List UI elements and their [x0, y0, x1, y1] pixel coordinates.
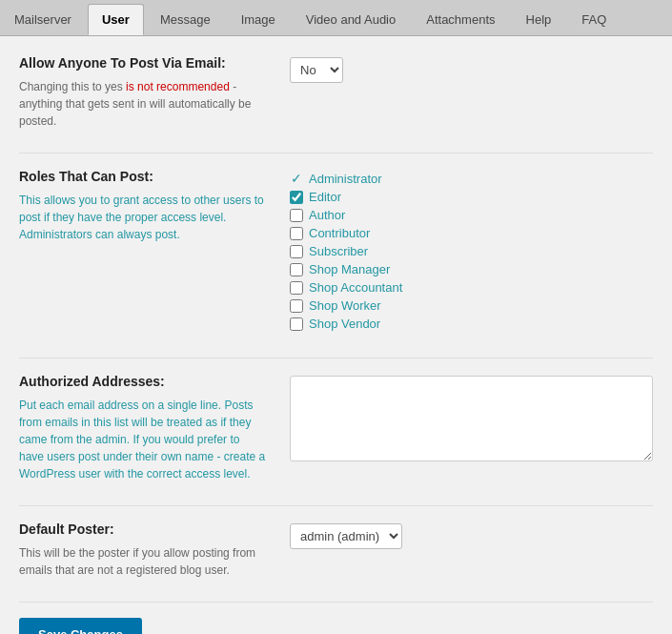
authorized-description: Put each email address on a single line.… — [19, 397, 267, 482]
tab-help[interactable]: Help — [512, 4, 566, 35]
list-item: Shop Worker — [290, 298, 653, 313]
default-poster-title: Default Poster: — [19, 522, 267, 537]
allow-post-description: Changing this to yes is not recommended … — [19, 78, 267, 130]
list-item: Shop Vendor — [290, 317, 653, 331]
allow-post-title: Allow Anyone To Post Via Email: — [19, 55, 267, 71]
role-label-shop-vendor: Shop Vendor — [309, 317, 380, 331]
list-item: Shop Manager — [290, 262, 653, 276]
authorized-addresses-textarea[interactable] — [290, 376, 653, 461]
list-item: ✓ Administrator — [290, 171, 653, 186]
role-checkbox-contributor[interactable] — [290, 227, 303, 240]
tab-user[interactable]: User — [88, 4, 144, 35]
role-label-shop-manager: Shop Manager — [309, 262, 390, 276]
role-checkbox-author[interactable] — [290, 209, 303, 222]
role-checkbox-shop-accountant[interactable] — [290, 281, 303, 295]
default-poster-description: This will be the poster if you allow pos… — [19, 544, 267, 579]
role-checkbox-editor[interactable] — [290, 191, 303, 204]
tab-video-audio[interactable]: Video and Audio — [292, 4, 410, 35]
list-item: Author — [290, 208, 653, 222]
list-item: Editor — [290, 190, 653, 204]
role-label-administrator: Administrator — [309, 172, 382, 186]
role-label-editor: Editor — [309, 190, 341, 204]
checkmark-icon: ✓ — [290, 171, 303, 186]
tabs-bar: Mailserver User Message Image Video and … — [0, 0, 672, 36]
allow-post-dropdown[interactable]: No Yes — [290, 57, 343, 83]
roles-title: Roles That Can Post: — [19, 169, 267, 184]
role-checkbox-shop-manager[interactable] — [290, 263, 303, 276]
save-changes-button[interactable]: Save Changes — [19, 618, 142, 634]
tab-image[interactable]: Image — [227, 4, 290, 35]
tab-faq[interactable]: FAQ — [567, 4, 621, 35]
list-item: Contributor — [290, 226, 653, 240]
tab-attachments[interactable]: Attachments — [412, 4, 509, 35]
role-label-contributor: Contributor — [309, 226, 370, 240]
role-label-shop-accountant: Shop Accountant — [309, 280, 402, 295]
role-checkbox-subscriber[interactable] — [290, 245, 303, 258]
role-checkbox-shop-worker[interactable] — [290, 299, 303, 313]
roles-description: This allows you to grant access to other… — [19, 192, 267, 243]
role-label-author: Author — [309, 208, 345, 222]
authorized-title: Authorized Addresses: — [19, 374, 267, 389]
role-label-shop-worker: Shop Worker — [309, 298, 381, 313]
list-item: Subscriber — [290, 244, 653, 258]
tab-mailserver[interactable]: Mailserver — [0, 4, 86, 35]
role-label-subscriber: Subscriber — [309, 244, 368, 258]
role-checkbox-shop-vendor[interactable] — [290, 317, 303, 331]
default-poster-dropdown[interactable]: admin (admin) — [290, 523, 402, 549]
list-item: Shop Accountant — [290, 280, 653, 295]
tab-message[interactable]: Message — [146, 4, 225, 35]
